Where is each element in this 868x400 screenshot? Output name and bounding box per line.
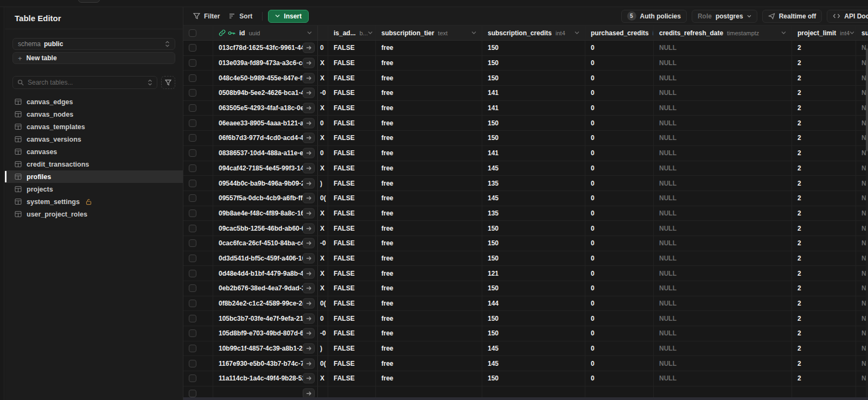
expand-row-button[interactable]: [303, 103, 315, 113]
row-subscription-tier-cell[interactable]: free: [376, 71, 482, 85]
row-truncated-cell[interactable]: X: [318, 131, 328, 145]
row-subscription-credits-cell[interactable]: 145: [482, 161, 585, 176]
row-credits-refresh-date-cell[interactable]: NULL: [654, 131, 792, 145]
expand-row-button[interactable]: [303, 238, 315, 249]
row-is-admin-cell[interactable]: FALSE: [328, 161, 376, 176]
row-is-admin-cell[interactable]: FALSE: [328, 146, 376, 161]
row-subscription-credits-cell[interactable]: 150: [482, 131, 585, 145]
sidebar-item-credit_transactions[interactable]: credit_transactions: [5, 158, 183, 170]
row-credits-refresh-date-cell[interactable]: NULL: [654, 71, 792, 85]
chevron-down-icon[interactable]: [850, 31, 854, 35]
chevron-down-icon[interactable]: [781, 31, 786, 35]
row-truncated-cell[interactable]: X: [318, 206, 328, 221]
row-is-admin-cell[interactable]: FALSE: [328, 86, 376, 100]
row-truncated-cell[interactable]: 0(: [318, 356, 328, 371]
row-truncated-cell[interactable]: X: [318, 281, 328, 296]
row-is-admin-cell[interactable]: FALSE: [328, 341, 376, 356]
row-id-cell[interactable]: 013cf78d-1625-43fc-9961-442189...: [213, 41, 318, 55]
select-all-checkbox[interactable]: [189, 29, 196, 37]
chevron-down-icon[interactable]: [575, 31, 579, 35]
row-id-cell[interactable]: 06eaee33-8905-4aaa-b121-ab552...: [213, 116, 318, 130]
row-credits-refresh-date-cell[interactable]: NULL: [654, 161, 792, 176]
api-docs-button[interactable]: API Docs: [827, 10, 868, 23]
row-subscription-tier-cell[interactable]: free: [376, 146, 482, 161]
row-credits-refresh-date-cell[interactable]: NULL: [654, 281, 792, 296]
row-truncated-cell[interactable]: X: [318, 71, 328, 85]
row-id-cell[interactable]: 08386537-10d4-488a-a11e-eb5a6...: [213, 146, 318, 161]
row-subscription-tier-cell[interactable]: free: [376, 281, 482, 296]
row-credits-refresh-date-cell[interactable]: NULL: [654, 41, 792, 55]
row-purchased-credits-cell[interactable]: 0: [585, 86, 654, 100]
row-is-admin-cell[interactable]: FALSE: [328, 296, 376, 311]
sidebar-item-projects[interactable]: projects: [5, 183, 183, 195]
sort-button[interactable]: Sort: [224, 10, 257, 23]
expand-row-button[interactable]: [303, 133, 315, 143]
row-truncated-cell[interactable]: -0: [318, 326, 328, 341]
row-id-cell[interactable]: 09cac5bb-1256-46bd-ab60-64ed...: [213, 221, 318, 236]
new-table-button[interactable]: + New table: [12, 52, 175, 64]
row-subscription-tier-cell[interactable]: free: [376, 161, 482, 176]
row-checkbox[interactable]: [189, 345, 196, 352]
row-checkbox[interactable]: [189, 149, 196, 157]
expand-row-button[interactable]: [303, 193, 315, 204]
row-purchased-credits-cell[interactable]: 0: [585, 146, 654, 161]
column-header-trailing[interactable]: su: [856, 26, 868, 40]
row-purchased-credits-cell[interactable]: 0: [585, 221, 654, 236]
row-purchased-credits-cell[interactable]: 0: [585, 311, 654, 326]
row-credits-refresh-date-cell[interactable]: NULL: [654, 221, 792, 236]
row-subscription-tier-cell[interactable]: free: [376, 131, 482, 145]
schema-select[interactable]: schema public: [12, 38, 175, 50]
row-subscription-credits-cell[interactable]: 150: [482, 221, 585, 236]
row-subscription-tier-cell[interactable]: free: [376, 266, 482, 281]
row-checkbox[interactable]: [189, 119, 196, 127]
row-credits-refresh-date-cell[interactable]: NULL: [654, 236, 792, 251]
row-is-admin-cell[interactable]: FALSE: [328, 356, 376, 371]
row-subscription-tier-cell[interactable]: free: [376, 176, 482, 191]
row-is-admin-cell[interactable]: FALSE: [328, 176, 376, 191]
chevron-down-icon[interactable]: [307, 31, 312, 35]
expand-row-button[interactable]: [303, 253, 315, 263]
row-credits-refresh-date-cell[interactable]: NULL: [654, 266, 792, 281]
row-project-limit-cell[interactable]: 2: [792, 326, 856, 341]
expand-row-button[interactable]: [303, 148, 315, 158]
expand-row-button[interactable]: [303, 328, 315, 339]
column-header-is-admin[interactable]: is_ad... b...: [328, 26, 376, 40]
row-project-limit-cell[interactable]: 2: [792, 221, 856, 236]
row-id-cell[interactable]: 0d3d541d-bf5c-459f-a406-16b93...: [213, 251, 318, 266]
row-credits-refresh-date-cell[interactable]: NULL: [654, 86, 792, 100]
row-is-admin-cell[interactable]: FALSE: [328, 311, 376, 326]
row-subscription-credits-cell[interactable]: 121: [482, 266, 585, 281]
row-subscription-tier-cell[interactable]: free: [376, 191, 482, 206]
row-id-cell[interactable]: 06f6b7d3-977d-4cd0-acd4-4a78...: [213, 131, 318, 145]
row-project-limit-cell[interactable]: 2: [792, 116, 856, 130]
filter-tables-button[interactable]: [161, 76, 175, 89]
row-subscription-tier-cell[interactable]: free: [376, 86, 482, 100]
row-id-cell[interactable]: 105bc3b7-03fe-4e7f-9efa-21bb40...: [213, 311, 318, 326]
row-subscription-tier-cell[interactable]: free: [376, 341, 482, 356]
row-truncated-cell[interactable]: X: [318, 221, 328, 236]
row-project-limit-cell[interactable]: 2: [792, 191, 856, 206]
row-truncated-cell[interactable]: 0: [318, 41, 328, 55]
sidebar-item-canvas_templates[interactable]: canvas_templates: [5, 120, 183, 133]
row-subscription-tier-cell[interactable]: free: [376, 236, 482, 251]
row-purchased-credits-cell[interactable]: 0: [585, 326, 654, 341]
expand-row-button[interactable]: [303, 73, 315, 83]
row-checkbox[interactable]: [189, 180, 196, 187]
insert-button[interactable]: Insert: [268, 10, 309, 23]
row-credits-refresh-date-cell[interactable]: NULL: [654, 146, 792, 161]
row-subscription-credits-cell[interactable]: 150: [482, 236, 585, 251]
expand-row-button[interactable]: [303, 88, 315, 98]
row-truncated-cell[interactable]: X: [318, 56, 328, 71]
row-purchased-credits-cell[interactable]: 0: [585, 176, 654, 191]
row-is-admin-cell[interactable]: FALSE: [328, 41, 376, 55]
row-project-limit-cell[interactable]: 2: [792, 311, 856, 326]
row-project-limit-cell[interactable]: 2: [792, 281, 856, 296]
row-checkbox[interactable]: [189, 315, 196, 322]
column-header-truncated[interactable]: [318, 26, 328, 40]
row-subscription-credits-cell[interactable]: 150: [482, 41, 585, 55]
expand-row-button[interactable]: [303, 58, 315, 68]
row-subscription-credits-cell[interactable]: 141: [482, 146, 585, 161]
sidebar-item-profiles[interactable]: profiles: [5, 170, 183, 183]
row-project-limit-cell[interactable]: 2: [792, 131, 856, 145]
row-subscription-tier-cell[interactable]: free: [376, 251, 482, 266]
